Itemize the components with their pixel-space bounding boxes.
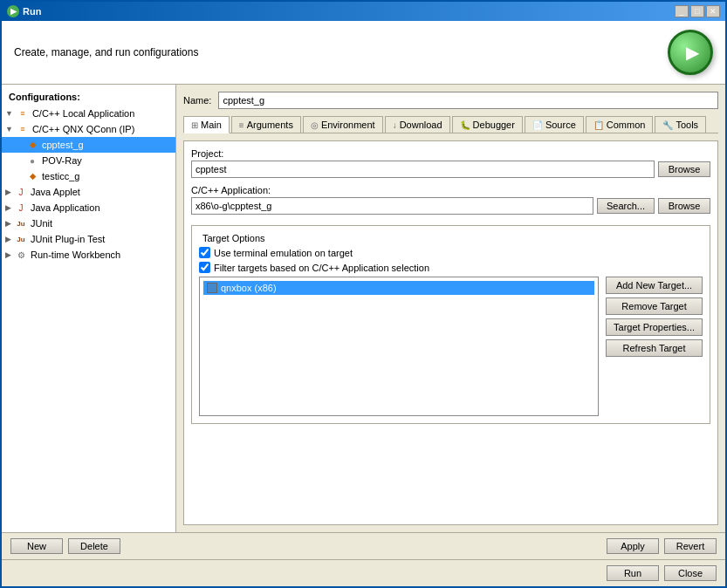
- checkbox1-label: Use terminal emulation on target: [214, 248, 353, 258]
- app-icon: ▶: [7, 5, 19, 17]
- remove-target-button[interactable]: Remove Target: [606, 297, 703, 315]
- expand-icon: ▶: [5, 235, 11, 243]
- project-label: Project:: [191, 148, 710, 159]
- project-row: Browse: [191, 161, 710, 178]
- project-browse-button[interactable]: Browse: [658, 161, 710, 177]
- sidebar-item-java-application[interactable]: ▶ J Java Application: [2, 200, 175, 215]
- dbg-tab-icon: 🐛: [460, 120, 470, 130]
- close-button-bottom[interactable]: Close: [664, 565, 717, 581]
- project-group: Project: Browse: [191, 148, 710, 178]
- sidebar-item-label: testicc_g: [42, 171, 79, 181]
- sidebar-item-runtime-wb[interactable]: ▶ ⚙ Run-time Workbench: [2, 247, 175, 263]
- checkbox2-label: Filter targets based on C/C++ Applicatio…: [214, 263, 429, 273]
- app-row: Search... Browse: [191, 197, 710, 215]
- tab-debugger-label: Debugger: [473, 120, 515, 130]
- add-new-target-button[interactable]: Add New Target...: [606, 277, 703, 294]
- tools-tab-icon: 🔧: [662, 120, 673, 130]
- monitor-icon: [207, 283, 217, 293]
- filter-targets-checkbox[interactable]: [199, 262, 210, 273]
- bottom-right-1: Apply Revert: [607, 538, 717, 554]
- tab-debugger[interactable]: 🐛 Debugger: [452, 116, 523, 133]
- sidebar-item-label: Run-time Workbench: [31, 250, 120, 260]
- dl-tab-icon: ↓: [393, 120, 397, 130]
- args-tab-icon: ≡: [239, 120, 244, 130]
- new-button[interactable]: New: [10, 538, 63, 554]
- sidebar-item-testicc-g[interactable]: ◆ testicc_g: [2, 168, 175, 184]
- maximize-button[interactable]: □: [690, 5, 704, 17]
- target-area: qnxbox (x86) Add New Target... Remove Ta…: [199, 277, 703, 416]
- ju-icon: Ju: [15, 217, 27, 229]
- tab-common-label: Common: [607, 120, 646, 130]
- tab-arguments-label: Arguments: [247, 120, 293, 130]
- sidebar-item-junit-plugin[interactable]: ▶ Ju JUnit Plug-in Test: [2, 231, 175, 247]
- refresh-target-button[interactable]: Refresh Target: [606, 339, 703, 357]
- app-browse-button[interactable]: Browse: [658, 198, 710, 214]
- run-dialog: ▶ Run _ □ ✕ Create, manage, and run conf…: [0, 0, 727, 588]
- env-tab-icon: ◎: [311, 120, 319, 130]
- run-button[interactable]: Run: [607, 565, 659, 581]
- pov-icon: ●: [26, 154, 38, 167]
- name-input[interactable]: [218, 92, 718, 109]
- java-icon: J: [15, 202, 27, 214]
- name-label: Name:: [183, 95, 211, 106]
- sidebar-item-junit[interactable]: ▶ Ju JUnit: [2, 215, 175, 231]
- checkbox2-row: Filter targets based on C/C++ Applicatio…: [199, 262, 703, 273]
- cpp-small-icon: ◆: [26, 170, 38, 182]
- right-panel: Name: ⊞ Main ≡ Arguments ◎ Environment: [176, 85, 725, 532]
- target-item-label: qnxbox (x86): [221, 283, 277, 293]
- tab-bar: ⊞ Main ≡ Arguments ◎ Environment ↓ Downl…: [183, 116, 718, 133]
- tab-environment[interactable]: ◎ Environment: [303, 116, 383, 133]
- app-search-button[interactable]: Search...: [597, 198, 655, 214]
- title-bar: ▶ Run _ □ ✕: [2, 2, 725, 21]
- revert-button[interactable]: Revert: [664, 538, 717, 554]
- run-icon: [668, 30, 713, 75]
- apply-button[interactable]: Apply: [607, 538, 659, 554]
- sidebar-item-label: Java Applet: [31, 187, 80, 197]
- tab-main[interactable]: ⊞ Main: [183, 116, 230, 133]
- sidebar-item-cpp-local[interactable]: ▼ ≡ C/C++ Local Application: [2, 106, 175, 121]
- app-input[interactable]: [191, 197, 593, 215]
- bottom-left: New Delete: [10, 538, 120, 554]
- sidebar-item-label: JUnit: [31, 218, 52, 229]
- checkbox1-row: Use terminal emulation on target: [199, 247, 703, 258]
- sidebar-item-java-applet[interactable]: ▶ J Java Applet: [2, 184, 175, 200]
- ju-icon: Ju: [15, 233, 27, 245]
- target-list[interactable]: qnxbox (x86): [199, 277, 599, 416]
- sidebar: Configurations: ▼ ≡ C/C++ Local Applicat…: [2, 85, 176, 532]
- header-text: Create, manage, and run configurations: [14, 46, 198, 58]
- title-bar-controls: _ □ ✕: [675, 5, 720, 17]
- expand-icon: ▶: [5, 203, 11, 212]
- window-header: Create, manage, and run configurations: [2, 21, 725, 85]
- project-input[interactable]: [191, 161, 655, 178]
- title-bar-left: ▶ Run: [7, 5, 41, 17]
- sidebar-item-cpp-qnx[interactable]: ▼ ≡ C/C++ QNX QConn (IP): [2, 121, 175, 137]
- tab-common[interactable]: 📋 Common: [586, 116, 654, 133]
- sidebar-item-pov-ray[interactable]: ● POV-Ray: [2, 153, 175, 168]
- tab-arguments[interactable]: ≡ Arguments: [231, 116, 301, 133]
- tab-tools[interactable]: 🔧 Tools: [655, 116, 706, 133]
- delete-button[interactable]: Delete: [68, 538, 120, 554]
- sidebar-item-label: POV-Ray: [42, 155, 82, 166]
- cpp-icon: ≡: [17, 107, 29, 120]
- tab-source[interactable]: 📄 Source: [525, 116, 584, 133]
- sidebar-item-label: cpptest_g: [42, 140, 84, 150]
- target-options-group: Target Options Use terminal emulation on…: [191, 225, 710, 424]
- expand-icon: ▼: [5, 125, 13, 133]
- cmn-tab-icon: 📋: [593, 120, 604, 130]
- main-content: Configurations: ▼ ≡ C/C++ Local Applicat…: [2, 85, 725, 532]
- name-row: Name:: [183, 92, 718, 109]
- minimize-button[interactable]: _: [675, 5, 689, 17]
- sidebar-item-label: C/C++ QNX QConn (IP): [32, 124, 134, 134]
- tab-download[interactable]: ↓ Download: [385, 116, 450, 133]
- java-icon: J: [15, 186, 27, 198]
- close-button[interactable]: ✕: [706, 5, 720, 17]
- target-list-item[interactable]: qnxbox (x86): [203, 281, 594, 295]
- expand-icon: ▶: [5, 250, 11, 259]
- terminal-emulation-checkbox[interactable]: [199, 247, 210, 258]
- app-group: C/C++ Application: Search... Browse: [191, 185, 710, 215]
- sidebar-item-label: JUnit Plug-in Test: [31, 234, 105, 244]
- app-label: C/C++ Application:: [191, 185, 710, 195]
- target-properties-button[interactable]: Target Properties...: [606, 318, 703, 336]
- sidebar-item-cpptest-g[interactable]: ◆ cpptest_g: [2, 137, 175, 153]
- target-options-title: Target Options: [199, 233, 269, 243]
